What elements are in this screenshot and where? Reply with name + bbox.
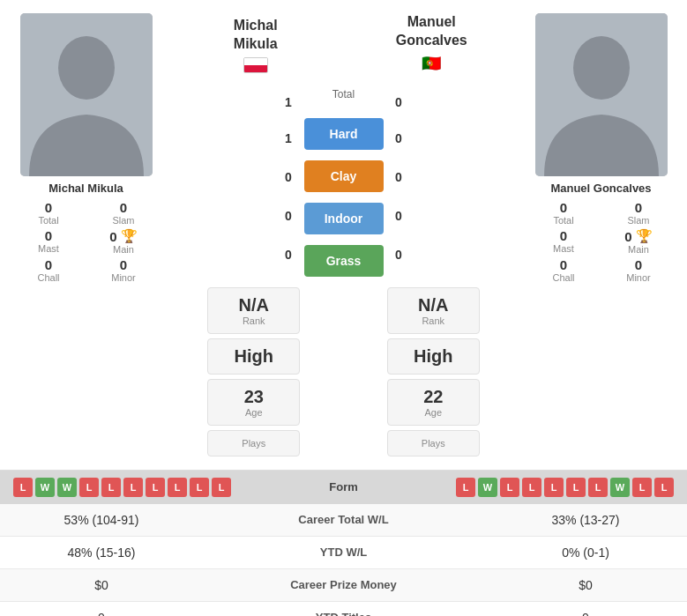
comparison-row-1: 48% (15-16)YTD W/L0% (0-1)	[0, 537, 687, 569]
right-hard-score: 0	[395, 119, 402, 158]
left-flag-container	[168, 57, 344, 73]
right-rank-box: N/A Rank	[387, 287, 480, 334]
left-stat-total: 0 Total	[13, 200, 84, 226]
right-plays-box: Plays	[387, 430, 480, 456]
right-player-avatar	[535, 13, 668, 176]
right-player-header: Manuel Goncalves 🇵🇹	[344, 13, 520, 73]
comparison-left-2: $0	[13, 578, 190, 592]
right-info-boxes: N/A Rank High 22 Age Plays	[347, 287, 520, 456]
left-stat-slam: 0 Slam	[88, 200, 159, 226]
left-player-name: Michal Mikula	[49, 182, 123, 195]
left-info-boxes: N/A Rank High 23 Age Plays	[168, 287, 340, 456]
form-badge-l: L	[101, 478, 121, 497]
comparison-row-2: $0Career Prize Money$0	[0, 569, 687, 602]
form-badge-l: L	[13, 478, 33, 497]
form-badge-l: L	[190, 478, 209, 497]
form-badge-w: W	[610, 478, 630, 497]
form-badge-w: W	[478, 478, 497, 497]
stats-table: 53% (104-91)Career Total W/L33% (13-27)4…	[0, 504, 687, 616]
form-badge-l: L	[168, 478, 187, 497]
left-player-avatar	[20, 13, 153, 176]
player-headers: Michal Mikula Manuel Goncalves	[168, 13, 519, 73]
left-header-name-line1: Michal	[168, 17, 344, 35]
svg-point-3	[573, 36, 630, 100]
form-badge-l: L	[588, 478, 608, 497]
form-label: Form	[329, 480, 358, 494]
indoor-button[interactable]: Indoor	[304, 203, 384, 234]
right-grass-score: 0	[395, 235, 402, 274]
form-badge-l: L	[79, 478, 99, 497]
grass-button[interactable]: Grass	[304, 245, 384, 277]
left-stat-minor: 0 Minor	[88, 257, 159, 283]
right-player-name: Manuel Goncalves	[550, 182, 651, 195]
comparison-right-2: $0	[497, 578, 674, 592]
left-trophy-icon: 🏆	[121, 228, 138, 244]
right-stat-mast: 0 Mast	[528, 228, 599, 255]
form-badge-l: L	[456, 478, 475, 497]
left-stat-main: 0 🏆 Main	[88, 228, 159, 255]
left-rank-box: N/A Rank	[207, 287, 300, 334]
center-panel: Michal Mikula Manuel Goncalves	[168, 13, 519, 456]
hard-button[interactable]: Hard	[304, 118, 384, 150]
scores-surface-wrapper: 1 1 0 0 0 Total Hard Clay Indoor Grass 0	[168, 78, 519, 280]
right-form-badges: LWLLLLLWLL	[456, 478, 674, 497]
left-flag	[243, 57, 268, 73]
comparison-left-3: 0	[13, 611, 190, 616]
comparison-label-1: YTD W/L	[190, 545, 497, 559]
right-age-box: 22 Age	[387, 379, 480, 426]
left-player-header: Michal Mikula	[168, 17, 344, 73]
comparison-right-0: 33% (13-27)	[497, 513, 674, 527]
form-badge-l: L	[566, 478, 586, 497]
left-clay-score: 0	[285, 158, 292, 197]
comparison-label-2: Career Prize Money	[190, 578, 497, 591]
main-container: Michal Mikula 0 Total 0 Slam 0 Mast 0	[0, 0, 687, 616]
info-boxes-row: N/A Rank High 23 Age Plays	[168, 287, 519, 456]
left-indoor-score: 0	[285, 197, 292, 235]
comparison-label-3: YTD Titles	[190, 611, 497, 616]
left-stat-chall: 0 Chall	[13, 257, 84, 283]
form-badge-l: L	[500, 478, 519, 497]
right-stat-main: 0 🏆 Main	[603, 228, 674, 255]
left-age-box: 23 Age	[207, 379, 300, 426]
form-badge-l: L	[544, 478, 564, 497]
form-badge-w: W	[57, 478, 77, 497]
right-flag-container: 🇵🇹	[344, 54, 520, 73]
svg-point-1	[58, 36, 115, 100]
left-hard-score: 1	[285, 119, 292, 158]
right-total-score: 0	[395, 85, 402, 119]
right-player-card: Manuel Goncalves 0 Total 0 Slam 0 Mast 0	[524, 13, 678, 456]
players-section: Michal Mikula 0 Total 0 Slam 0 Mast 0	[0, 0, 687, 470]
right-flag: 🇵🇹	[422, 54, 441, 73]
left-high-box: High	[207, 338, 300, 375]
form-badge-l: L	[146, 478, 165, 497]
right-trophy-icon: 🏆	[636, 228, 653, 244]
left-grass-score: 0	[285, 235, 292, 274]
left-header-name-line2: Mikula	[168, 35, 344, 54]
right-stat-slam: 0 Slam	[603, 200, 674, 226]
right-indoor-score: 0	[395, 197, 402, 235]
comparison-right-3: 0	[497, 611, 674, 616]
right-clay-score: 0	[395, 158, 402, 197]
comparison-left-1: 48% (15-16)	[13, 545, 190, 560]
surface-buttons-col: Total Hard Clay Indoor Grass	[304, 78, 384, 280]
clay-button[interactable]: Clay	[304, 160, 384, 192]
form-section: LWWLLLLLLL Form LWLLLLLWLL	[0, 471, 687, 504]
right-stat-minor: 0 Minor	[603, 257, 674, 283]
form-badge-l: L	[212, 478, 231, 497]
comparison-right-1: 0% (0-1)	[497, 545, 674, 560]
right-header-name-line2: Goncalves	[344, 32, 520, 50]
left-player-stats: 0 Total 0 Slam 0 Mast 0 🏆 Main	[9, 200, 163, 283]
form-badge-l: L	[123, 478, 143, 497]
comparison-label-0: Career Total W/L	[190, 513, 497, 526]
form-badge-w: W	[35, 478, 55, 497]
right-high-box: High	[387, 338, 480, 375]
right-player-stats: 0 Total 0 Slam 0 Mast 0 🏆 Main	[524, 200, 678, 283]
form-badge-l: L	[632, 478, 652, 497]
right-stat-chall: 0 Chall	[528, 257, 599, 283]
left-player-card: Michal Mikula 0 Total 0 Slam 0 Mast 0	[9, 13, 163, 456]
right-stat-total: 0 Total	[528, 200, 599, 226]
form-badge-l: L	[522, 478, 541, 497]
total-label: Total	[332, 78, 355, 111]
left-form-badges: LWWLLLLLLL	[13, 478, 231, 497]
comparison-left-0: 53% (104-91)	[13, 513, 190, 527]
